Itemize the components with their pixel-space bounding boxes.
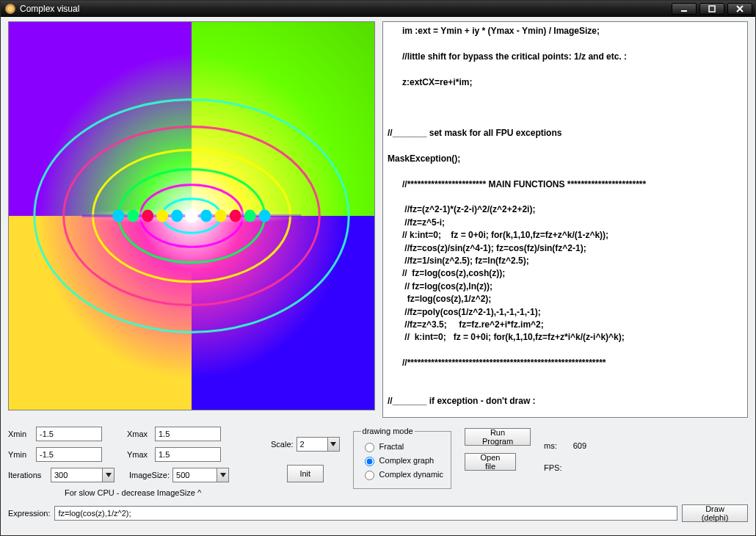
expression-row: Expression: Draw (delphi) [8, 504, 748, 522]
svg-point-16 [142, 210, 153, 222]
svg-point-18 [171, 210, 183, 222]
open-file-button[interactable]: Open file [465, 453, 516, 471]
ymax-input[interactable] [155, 447, 221, 462]
render-canvas [8, 21, 375, 410]
svg-marker-25 [106, 473, 112, 477]
xmin-input[interactable] [36, 427, 102, 441]
expression-input[interactable] [54, 506, 677, 521]
titlebar[interactable]: Complex visual [1, 1, 755, 17]
svg-rect-0 [681, 10, 687, 12]
xmax-label: Xmax [127, 430, 152, 438]
ymax-label: Ymax [127, 450, 152, 459]
svg-point-14 [112, 210, 124, 222]
minimize-button[interactable] [672, 3, 697, 15]
svg-marker-26 [220, 473, 226, 477]
svg-point-15 [127, 210, 139, 222]
window-title: Complex visual [20, 4, 672, 14]
svg-point-17 [156, 210, 168, 222]
ymin-label: Ymin [8, 450, 33, 459]
svg-point-21 [215, 210, 227, 222]
iterations-input[interactable] [51, 468, 102, 482]
svg-marker-27 [330, 442, 336, 446]
mode-complex-graph-radio[interactable] [365, 457, 374, 466]
iterations-label: Iterations [8, 471, 48, 479]
close-button[interactable] [727, 3, 752, 15]
xmin-label: Xmin [8, 430, 33, 438]
fps-label: FPS: [544, 463, 561, 472]
code-text: im :ext = Ymin + iy * (Ymax - Ymin) / Im… [383, 22, 747, 418]
svg-point-24 [259, 210, 271, 222]
imagesize-label: ImageSize: [129, 471, 170, 479]
app-icon [5, 4, 15, 14]
drawing-mode-legend: drawing mode [361, 427, 415, 435]
imagesize-input[interactable] [172, 468, 217, 482]
ms-label: ms: [544, 441, 557, 450]
mode-complex-dynamic-label: Complex dynamic [379, 470, 443, 479]
svg-point-23 [244, 210, 256, 222]
svg-rect-3 [192, 22, 374, 216]
svg-rect-5 [192, 216, 374, 410]
scale-label: Scale: [271, 440, 294, 449]
init-button[interactable]: Init [287, 465, 324, 482]
drawing-mode-group: drawing mode Fractal Complex graph Compl… [353, 427, 451, 489]
mode-fractal-label: Fractal [379, 442, 404, 451]
expression-label: Expression: [8, 509, 50, 518]
run-program-button[interactable]: Run Program [465, 428, 531, 446]
cpu-hint: For slow CPU - decrease ImageSize ^ [65, 488, 201, 497]
app-window: Complex visual [0, 0, 756, 536]
svg-point-20 [200, 210, 212, 222]
svg-point-19 [185, 209, 198, 222]
ymin-input[interactable] [36, 447, 102, 462]
svg-point-22 [230, 210, 241, 222]
xmax-input[interactable] [155, 427, 221, 441]
controls-panel: Xmin Xmax Ymin Ymax Iterations [8, 422, 748, 497]
svg-rect-1 [709, 6, 715, 12]
svg-rect-2 [9, 22, 192, 216]
imagesize-dropdown-icon[interactable] [217, 468, 229, 482]
mode-fractal-radio[interactable] [365, 443, 374, 452]
ms-value: 609 [573, 441, 586, 450]
mode-complex-graph-label: Complex graph [379, 456, 435, 465]
mode-complex-dynamic-radio[interactable] [365, 471, 374, 480]
iterations-dropdown-icon[interactable] [102, 468, 115, 482]
code-editor[interactable]: im :ext = Ymin + iy * (Ymax - Ymin) / Im… [382, 21, 748, 418]
scale-input[interactable] [297, 437, 327, 452]
maximize-button[interactable] [699, 3, 724, 15]
draw-button[interactable]: Draw (delphi) [682, 504, 748, 522]
svg-rect-4 [9, 216, 192, 410]
scale-dropdown-icon[interactable] [327, 437, 340, 452]
client-area: im :ext = Ymin + iy * (Ymax - Ymin) / Im… [1, 17, 755, 535]
